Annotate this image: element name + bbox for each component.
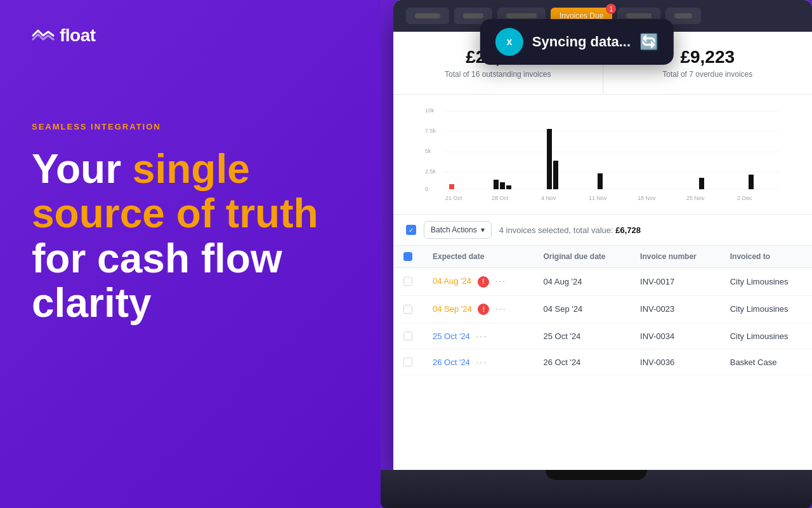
select-all-checkbox[interactable]: ✓ [406, 225, 416, 235]
overdue-label: Total of 7 overdue invoices [622, 70, 794, 79]
batch-bar: ✓ Batch Actions ▾ 4 invoices selected, t… [393, 215, 812, 246]
svg-text:4 Nov: 4 Nov [541, 195, 556, 201]
row-dots-btn-3[interactable]: ··· [476, 357, 487, 367]
chart-area: 10k 7.5k 5k 2.5k 0 [393, 95, 812, 215]
row-original-due: 26 Oct '24 [534, 349, 631, 375]
sync-text: Syncing data... [532, 34, 631, 50]
svg-text:18 Nov: 18 Nov [638, 195, 656, 201]
row-invoice-number: INV-0017 [630, 268, 720, 296]
bar-chart: 10k 7.5k 5k 2.5k 0 [406, 105, 799, 206]
row-original-due: 25 Oct '24 [534, 323, 631, 349]
logo-text: float [60, 25, 96, 46]
row-invoice-number: INV-0023 [630, 295, 720, 323]
row-dots-btn-0[interactable]: ··· [495, 276, 506, 286]
table-row: 25 Oct '24 ··· 25 Oct '24 INV-0034 City … [393, 323, 812, 349]
svg-rect-13 [494, 180, 499, 189]
th-expected-date: Expected date [422, 246, 534, 268]
logo: float [32, 25, 349, 46]
app-window: Invoices Due 1 £21,541 Total of 16 outst… [393, 0, 812, 470]
svg-rect-18 [598, 173, 603, 189]
row-invoiced-to: City Limousines [720, 323, 812, 349]
row-checkbox-cell [393, 295, 422, 323]
svg-text:10k: 10k [425, 107, 435, 114]
row-original-due: 04 Sep '24 [534, 295, 631, 323]
row-dots-btn-2[interactable]: ··· [476, 331, 487, 341]
svg-rect-17 [553, 161, 558, 189]
headline: Your singlesource of truthfor cash flowc… [32, 147, 349, 326]
headline-white-1: Your [32, 146, 133, 192]
svg-rect-15 [506, 185, 511, 189]
table-row: 26 Oct '24 ··· 26 Oct '24 INV-0036 Baske… [393, 349, 812, 375]
overdue-badge: ! [478, 276, 489, 288]
row-dots-btn-1[interactable]: ··· [495, 304, 507, 314]
laptop-base [381, 470, 812, 508]
table-row: 04 Aug '24 ! ··· 04 Aug '24 INV-0017 Cit… [393, 268, 812, 296]
svg-text:2 Dec: 2 Dec [737, 195, 752, 201]
outstanding-label: Total of 16 outstanding invoices [412, 70, 584, 79]
invoice-table: Expected date Original due date Invoice … [393, 246, 812, 375]
svg-rect-20 [749, 175, 754, 189]
main-content: £21,541 Total of 16 outstanding invoices… [393, 32, 812, 470]
invoices-due-badge: 1 [606, 4, 616, 14]
batch-actions-label: Batch Actions [431, 225, 477, 234]
nav-tab-6[interactable] [665, 8, 701, 24]
row-expected-date: 04 Sep '24 ! ··· [422, 295, 534, 323]
row-checkbox-cell [393, 323, 422, 349]
row-checkbox-cell [393, 268, 422, 296]
row-expected-date: 04 Aug '24 ! ··· [422, 268, 534, 296]
batch-info-value: £6,728 [615, 225, 641, 235]
table-header-row: Expected date Original due date Invoice … [393, 246, 812, 268]
table-row: 04 Sep '24 ! ··· 04 Sep '24 INV-0023 Cit… [393, 295, 812, 323]
row-checkbox-0[interactable] [403, 277, 412, 286]
svg-text:0: 0 [425, 186, 428, 192]
batch-actions-dropdown[interactable]: Batch Actions ▾ [424, 221, 492, 239]
sync-notification: x Syncing data... 🔄 [480, 19, 674, 65]
svg-text:7.5k: 7.5k [425, 128, 436, 134]
row-checkbox-1[interactable] [403, 305, 412, 314]
th-invoiced-to: Invoiced to [720, 246, 812, 268]
dropdown-arrow: ▾ [481, 225, 485, 234]
header-checkbox[interactable] [403, 252, 412, 261]
svg-text:28 Oct: 28 Oct [492, 195, 509, 201]
svg-rect-12 [449, 184, 454, 189]
svg-text:11 Nov: 11 Nov [589, 195, 607, 201]
svg-text:x: x [506, 36, 512, 47]
svg-rect-14 [500, 182, 505, 189]
xero-icon: x [495, 28, 523, 56]
svg-text:21 Oct: 21 Oct [445, 195, 462, 201]
overdue-badge: ! [478, 304, 489, 315]
headline-white-2: for cash flowclarity [32, 236, 282, 326]
laptop-notch [546, 470, 647, 480]
left-panel: float SEAMLESS INTEGRATION Your singleso… [0, 0, 381, 508]
svg-text:25 Nov: 25 Nov [686, 195, 705, 201]
th-invoice-number: Invoice number [630, 246, 720, 268]
svg-rect-16 [547, 129, 552, 189]
sync-icon: 🔄 [639, 33, 658, 51]
right-panel: x Syncing data... 🔄 Invoices Due 1 [381, 0, 812, 508]
row-expected-date: 26 Oct '24 ··· [422, 349, 534, 375]
row-invoiced-to: City Limousines [720, 268, 812, 296]
nav-tab-1[interactable] [406, 8, 449, 24]
th-checkbox [393, 246, 422, 268]
row-invoice-number: INV-0034 [630, 323, 720, 349]
th-original-due: Original due date [534, 246, 631, 268]
row-invoiced-to: City Limousines [720, 295, 812, 323]
row-expected-date: 25 Oct '24 ··· [422, 323, 534, 349]
row-invoiced-to: Basket Case [720, 349, 812, 375]
row-checkbox-2[interactable] [403, 331, 412, 340]
row-checkbox-3[interactable] [403, 358, 412, 366]
row-invoice-number: INV-0036 [630, 349, 720, 375]
svg-text:2.5k: 2.5k [425, 168, 436, 175]
row-original-due: 04 Aug '24 [534, 268, 631, 296]
svg-text:5k: 5k [425, 148, 431, 154]
svg-rect-19 [699, 178, 704, 189]
tagline: SEAMLESS INTEGRATION [32, 122, 349, 131]
float-logo-icon [32, 27, 55, 44]
batch-info-text: 4 invoices selected, total value: [499, 225, 616, 235]
batch-info: 4 invoices selected, total value: £6,728 [499, 225, 641, 235]
row-checkbox-cell [393, 349, 422, 375]
